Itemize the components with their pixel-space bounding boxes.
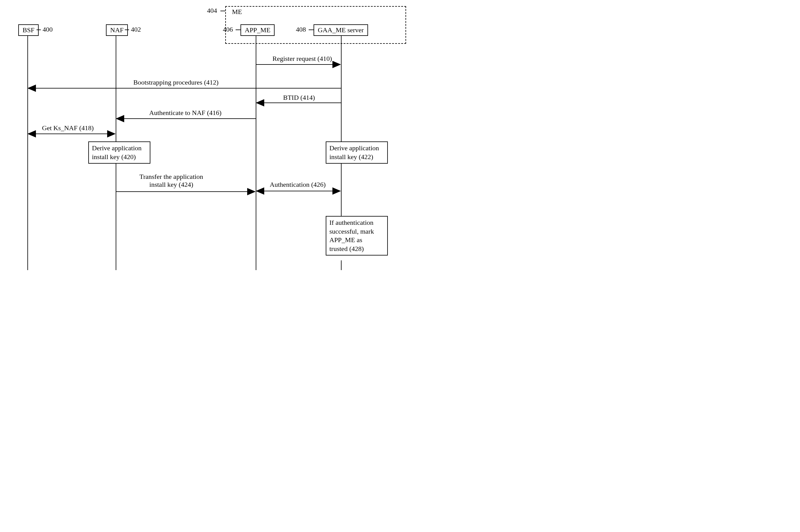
ref-402: 402 xyxy=(131,25,141,34)
sequence-diagram: ME BSF NAF APP_ME GAA_ME server 400 402 … xyxy=(6,6,408,274)
msg-get-ksnaf: Get Ks_NAF (418) xyxy=(42,124,94,132)
step-422-l1: Derive application xyxy=(329,144,379,152)
step-derive-420: Derive application install key (420) xyxy=(88,141,150,164)
msg-transfer-key: Transfer the application install key (42… xyxy=(140,173,203,189)
msg-btid: BTID (414) xyxy=(283,94,315,101)
step-mark-trusted-428: If authentication successful, mark APP_M… xyxy=(326,216,388,255)
actor-bsf: BSF xyxy=(18,24,39,36)
ref-404: 404 xyxy=(207,7,217,15)
me-label: ME xyxy=(232,8,242,16)
lifeline-app-me xyxy=(256,36,256,270)
msg-register-request: Register request (410) xyxy=(272,55,332,63)
lifeline-bsf xyxy=(28,36,28,270)
actor-gaa-me: GAA_ME server xyxy=(313,24,368,36)
step-420-l2: install key (420) xyxy=(92,153,136,160)
actor-app-me: APP_ME xyxy=(240,24,275,36)
msg-transfer-key-l1: Transfer the application xyxy=(140,173,203,180)
msg-transfer-key-l2: install key (424) xyxy=(149,181,193,188)
actor-naf: NAF xyxy=(106,24,128,36)
step-428-l4: trusted (428) xyxy=(329,245,364,252)
lifeline-gaa-me-bot xyxy=(341,260,342,270)
msg-auth-naf: Authenticate to NAF (416) xyxy=(149,109,222,117)
ref-tick-406 xyxy=(236,30,240,30)
step-428-l3: APP_ME as xyxy=(329,236,362,244)
step-422-l2: install key (422) xyxy=(329,153,373,160)
lifeline-gaa-me-top xyxy=(341,36,342,141)
ref-tick-402 xyxy=(125,30,129,30)
ref-406: 406 xyxy=(223,25,233,34)
ref-408: 408 xyxy=(296,25,306,34)
step-derive-422: Derive application install key (422) xyxy=(326,141,388,164)
msg-bootstrapping: Bootstrapping procedures (412) xyxy=(133,78,219,87)
step-428-l2: successful, mark xyxy=(329,228,374,235)
ref-tick-400 xyxy=(37,30,41,30)
ref-tick-404 xyxy=(220,11,225,11)
step-420-l1: Derive application xyxy=(92,144,142,152)
lifeline-gaa-me-mid xyxy=(341,164,342,216)
msg-authentication: Authentication (426) xyxy=(270,181,326,189)
ref-400: 400 xyxy=(43,25,53,34)
step-428-l1: If authentication xyxy=(329,219,374,226)
ref-tick-408 xyxy=(309,30,313,30)
